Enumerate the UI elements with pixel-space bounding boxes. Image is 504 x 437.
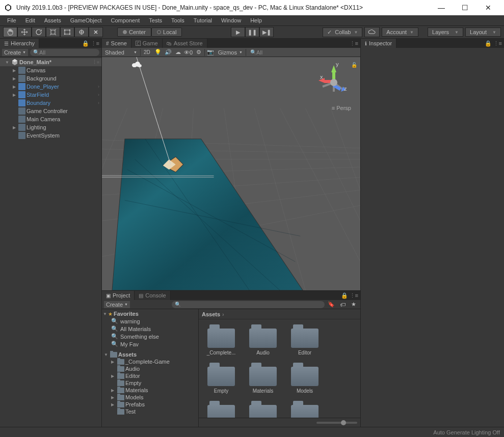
lighting-status[interactable]: Auto Generate Lighting Off [433,429,500,435]
asset-item[interactable]: Editor [287,324,322,356]
folder-item[interactable]: Test [102,408,198,415]
hierarchy-item[interactable]: EventSystem [0,131,101,140]
menu-tools[interactable]: Tools [167,16,189,24]
custom-tool-button[interactable] [89,27,103,37]
asset-item[interactable]: Empty [204,363,238,394]
asset-item[interactable]: Models [287,363,322,394]
hierarchy-item[interactable]: ▶StarField› [0,91,101,99]
inspector-tab-menu[interactable]: 🔒 ⋮≡ [483,40,504,47]
project-tab-menu[interactable]: 🔒 ⋮≡ [339,292,360,299]
folder-item[interactable]: ▶Editor [102,372,198,379]
hierarchy-item[interactable]: ▶Canvas [0,66,101,74]
asset-item[interactable]: Materials [246,363,280,394]
asset-item[interactable]: Test [246,401,280,418]
pivot-local-toggle[interactable]: Local [151,28,182,37]
folder-item[interactable]: ▶Materials [102,387,198,394]
layout-dropdown[interactable]: Layout▼ [465,28,501,37]
gizmo-toggle-icon[interactable]: ⚙ [194,48,203,57]
menu-file[interactable]: File [3,16,20,24]
folder-item[interactable]: ▶Models [102,394,198,401]
menu-help[interactable]: Help [246,16,266,24]
hierarchy-create-button[interactable]: Create▼ [2,49,28,56]
asset-item[interactable]: _Complete... [204,324,238,356]
play-button[interactable]: ▶ [231,27,245,37]
icon-size-slider[interactable] [316,422,357,424]
tab-asset-store[interactable]: 🛍Asset Store [163,39,207,48]
menu-assets[interactable]: Assets [40,16,65,24]
folder-item[interactable]: ▶Prefabs [102,401,198,408]
account-dropdown[interactable]: Account▼ [382,28,418,37]
projection-label[interactable]: ≡ Persp [332,105,351,111]
scene-search[interactable]: 🔍All [247,49,298,56]
menu-tests[interactable]: Tests [145,16,166,24]
hierarchy-search[interactable]: 🔍All [30,49,99,56]
hierarchy-item[interactable]: Main Camera [0,115,101,123]
move-tool-button[interactable] [17,27,32,37]
rect-tool-button[interactable] [60,27,74,37]
cloud-button[interactable] [364,27,380,37]
hand-tool-button[interactable] [3,27,17,37]
folder-icon [291,363,319,386]
orientation-gizmo[interactable]: x y z [313,61,354,102]
hierarchy-item[interactable]: Boundary› [0,99,101,107]
scene-tab-menu[interactable]: ⋮≡ [348,40,360,47]
favorite-icon[interactable]: ★ [349,301,358,309]
close-button[interactable]: ✕ [476,0,500,15]
assets-root-folder[interactable]: ▼Assets [102,351,198,358]
hierarchy-item[interactable]: Game Controller [0,107,101,115]
camera-icon[interactable]: 📷 [206,48,215,57]
asset-item[interactable]: Prefabs [204,401,238,418]
pause-button[interactable]: ❚❚ [245,27,259,37]
scale-tool-button[interactable] [46,27,60,37]
favorite-item[interactable]: 🔍Something else [102,333,198,340]
hierarchy-item[interactable]: ▶Background [0,74,101,83]
tab-inspector[interactable]: ℹInspector [361,39,396,48]
hidden-toggle-icon[interactable]: 👁0 [184,48,193,57]
rotate-tool-button[interactable] [32,27,46,37]
menu-edit[interactable]: Edit [21,16,39,24]
gizmo-lock-icon[interactable]: 🔓 [351,62,357,68]
menu-window[interactable]: Window [217,16,245,24]
maximize-button[interactable]: ☐ [453,0,476,15]
folder-item[interactable]: ▶_Complete-Game [102,358,198,365]
2d-toggle[interactable]: 2D [142,49,152,56]
filter-icon[interactable]: 🔖 [327,301,336,309]
hierarchy-item[interactable]: ▶Done_Player› [0,83,101,91]
draw-mode-dropdown[interactable]: Shaded▼ [103,49,139,56]
tab-console[interactable]: ▤Console [135,291,170,300]
favorite-item[interactable]: 🔍warning [102,317,198,325]
favorite-item[interactable]: 🔍All Materials [102,325,198,333]
tab-game[interactable]: 🄲Game [131,39,163,48]
minimize-button[interactable]: — [430,0,453,15]
menu-gameobject[interactable]: GameObject [66,16,106,24]
menu-component[interactable]: Component [107,16,144,24]
tab-project[interactable]: ▣Project [102,291,135,300]
project-create-button[interactable]: Create▼ [104,301,130,308]
audio-toggle-icon[interactable]: 🔊 [164,48,173,57]
tab-hierarchy[interactable]: ☰Hierarchy [0,39,39,48]
tab-scene[interactable]: #Scene [102,39,131,48]
collab-dropdown[interactable]: ✓Collab▼ [323,28,362,37]
favorites-header[interactable]: ▼★Favorites [102,310,198,317]
asset-item[interactable]: Textures [287,401,322,418]
transform-tool-button[interactable] [74,27,89,37]
fx-toggle-icon[interactable]: ☁ [174,48,183,57]
favorite-item[interactable]: 🔍My Fav [102,340,198,348]
lighting-toggle-icon[interactable]: 💡 [153,48,163,57]
folder-item[interactable]: Audio [102,365,198,372]
gizmos-dropdown[interactable]: Gizmos▼ [216,49,245,56]
type-filter-icon[interactable]: 🏷 [338,301,347,309]
folder-item[interactable]: Empty [102,379,198,387]
hierarchy-item[interactable]: ▶Lighting [0,123,101,131]
menu-tutorial[interactable]: Tutorial [190,16,216,24]
scene-viewport[interactable]: x y z ≡ Persp 🔓 [102,57,360,290]
pivot-center-toggle[interactable]: Center [117,28,151,37]
asset-item[interactable]: Audio [246,324,280,356]
scene-context-icon[interactable]: ⋮≡ [92,60,101,65]
hierarchy-scene-row[interactable]: ▼ Done_Main* ⋮≡ [0,58,101,66]
layers-dropdown[interactable]: Layers▼ [428,28,463,37]
step-button[interactable]: ▶❚ [259,27,274,37]
project-search[interactable]: 🔍 [172,301,325,308]
hierarchy-tab-menu[interactable]: 🔒 ⋮≡ [80,40,101,47]
breadcrumb[interactable]: Assets› [199,309,360,319]
